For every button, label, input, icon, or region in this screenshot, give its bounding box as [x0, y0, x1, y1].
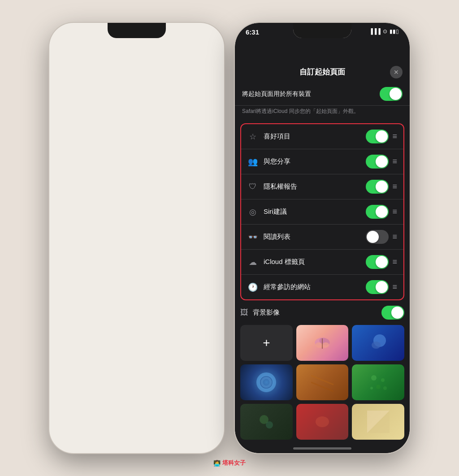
option-privacy: 🛡 隱私權報告 ≡	[241, 174, 403, 199]
notch-right	[293, 23, 351, 38]
blue-animal-svg	[367, 332, 390, 354]
toggle-privacy[interactable]	[366, 180, 389, 194]
svg-point-12	[371, 375, 377, 381]
bg-thumb-light[interactable]	[352, 404, 404, 440]
bg-thumb-red[interactable]	[296, 404, 349, 440]
svg-point-13	[381, 378, 385, 382]
customize-sheet: 自訂起始頁面 ✕ 將起始頁面用於所有裝置 Safari將透過iCloud 同步您…	[235, 59, 410, 453]
time-right: 6:31	[246, 28, 259, 36]
drag-handle-favorites[interactable]: ≡	[392, 132, 397, 141]
watermark-text: 塔科女子	[222, 459, 246, 467]
toggle-reading[interactable]	[366, 230, 389, 244]
home-indicator-right	[293, 447, 351, 450]
reading-icon: 👓	[247, 232, 258, 242]
close-button[interactable]: ✕	[390, 66, 403, 78]
sheet-header: 自訂起始頁面 ✕	[235, 59, 410, 82]
orange-texture-svg	[311, 371, 333, 394]
option-label-frequent: 經常參訪的網站	[264, 283, 360, 291]
option-right-favorites: ≡	[366, 130, 397, 143]
toggle-siri[interactable]	[366, 205, 389, 219]
butterfly-svg	[311, 332, 333, 354]
toggle-favorites[interactable]	[366, 130, 389, 143]
siri-icon: ◎	[247, 207, 258, 217]
bg-title: 背景影像	[253, 308, 280, 317]
battery-icon-right: ▮▮▯	[390, 28, 399, 35]
sync-label: 將起始頁面用於所有裝置	[242, 90, 311, 98]
svg-point-14	[376, 385, 381, 389]
cloud-icon: ☁	[247, 257, 258, 267]
background-section: 🖼 背景影像 +	[240, 306, 404, 440]
drag-handle-reading[interactable]: ≡	[392, 232, 397, 242]
svg-point-19	[316, 416, 329, 427]
share-people-icon: 👥	[247, 157, 258, 167]
right-phone: 6:31 ▐▐▐ ⊙ ▮▮▯ 自訂起始頁面 ✕ 將起始頁面用於所有裝置 Safa…	[235, 23, 410, 453]
red-texture-svg	[311, 411, 333, 433]
options-section: ☆ 喜好項目 ≡ 👥 與您分享 ≡	[240, 123, 404, 300]
option-label-reading: 閱讀列表	[264, 233, 360, 241]
toggle-knob	[390, 88, 402, 100]
star-icon: ☆	[247, 132, 258, 142]
drag-handle-frequent[interactable]: ≡	[392, 282, 397, 292]
toggle-icloud-tabs[interactable]	[366, 255, 389, 269]
drag-handle-privacy[interactable]: ≡	[392, 182, 397, 191]
wifi-icon-right: ⊙	[383, 28, 387, 35]
option-right-siri: ≡	[366, 205, 397, 219]
option-icloud-tabs: ☁ iCloud 標籤頁 ≡	[241, 250, 403, 275]
toggle-share[interactable]	[366, 155, 389, 169]
toggle-frequent[interactable]	[366, 280, 389, 294]
bg-thumb-swirl[interactable]	[240, 364, 293, 400]
option-frequent: 🕐 經常參訪的網站 ≡	[241, 275, 403, 299]
option-right-reading: ≡	[366, 230, 397, 244]
green-texture-svg	[367, 371, 390, 394]
sync-toggle[interactable]	[380, 87, 403, 101]
watermark-emoji: 👩‍💻	[213, 460, 221, 467]
option-label-siri: Siri建議	[264, 208, 360, 216]
option-siri: ◎ Siri建議 ≡	[241, 199, 403, 225]
bg-grid: +	[240, 325, 404, 440]
bg-thumb-blue[interactable]	[352, 325, 404, 361]
svg-point-7	[258, 374, 274, 390]
notch	[108, 23, 166, 38]
light-texture-svg	[367, 411, 390, 433]
dark-texture-svg	[255, 411, 277, 433]
bg-thumb-orange[interactable]	[296, 364, 349, 400]
option-label-favorites: 喜好項目	[264, 132, 360, 141]
swirl-svg	[255, 371, 277, 394]
bg-image-icon: 🖼	[240, 308, 248, 317]
left-phone: 6:35 ▐▐▐ ⊙ ▮▮▯ 喜好項目 顯示全部 › G Google	[49, 23, 224, 453]
svg-point-15	[370, 387, 373, 389]
right-screen: 6:31 ▐▐▐ ⊙ ▮▮▯ 自訂起始頁面 ✕ 將起始頁面用於所有裝置 Safa…	[235, 23, 410, 453]
option-label-icloud-tabs: iCloud 標籤頁	[264, 258, 360, 266]
signal-icon-right: ▐▐▐	[369, 28, 381, 35]
privacy-icon: 🛡	[247, 182, 258, 191]
bg-thumb-dark[interactable]	[240, 404, 293, 440]
status-icons-right: ▐▐▐ ⊙ ▮▮▯	[369, 28, 399, 35]
bg-thumb-butterfly[interactable]	[296, 325, 349, 361]
svg-point-18	[266, 421, 273, 428]
svg-point-6	[372, 342, 381, 349]
option-label-privacy: 隱私權報告	[264, 182, 360, 191]
option-favorites: ☆ 喜好項目 ≡	[241, 124, 403, 149]
bg-header: 🖼 背景影像	[240, 306, 404, 320]
toggle-bg[interactable]	[381, 306, 404, 320]
sheet-title: 自訂起始頁面	[299, 67, 345, 77]
bg-thumb-green[interactable]	[352, 364, 404, 400]
option-label-share: 與您分享	[264, 157, 360, 166]
bg-add-button[interactable]: +	[240, 325, 293, 361]
option-share: 👥 與您分享 ≡	[241, 149, 403, 174]
option-right-privacy: ≡	[366, 180, 397, 194]
svg-point-8	[262, 378, 271, 387]
sync-sublabel: Safari將透過iCloud 同步您的「起始頁面」外觀。	[235, 106, 410, 120]
option-right-share: ≡	[366, 155, 397, 169]
svg-point-16	[383, 386, 387, 390]
drag-handle-share[interactable]: ≡	[392, 157, 397, 166]
sync-toggle-row: 將起始頁面用於所有裝置	[235, 82, 410, 106]
bg-header-left: 🖼 背景影像	[240, 308, 280, 317]
drag-handle-siri[interactable]: ≡	[392, 207, 397, 216]
option-right-frequent: ≡	[366, 280, 397, 294]
drag-handle-icloud-tabs[interactable]: ≡	[392, 257, 397, 267]
watermark: 👩‍💻 塔科女子	[213, 459, 246, 467]
option-right-icloud-tabs: ≡	[366, 255, 397, 269]
frequent-icon: 🕐	[247, 282, 258, 292]
option-reading: 👓 閱讀列表 ≡	[241, 225, 403, 250]
